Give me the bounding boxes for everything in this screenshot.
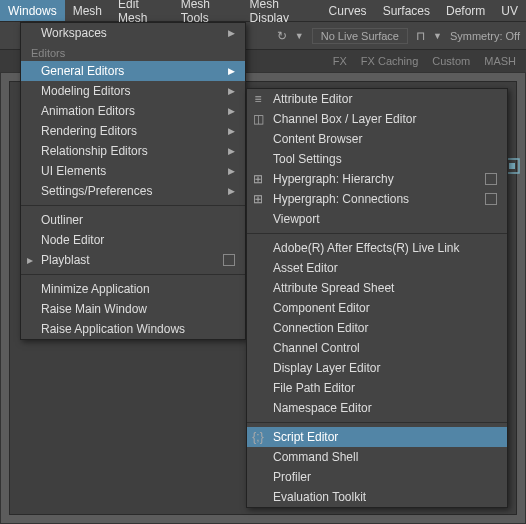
shelf-tab-mash[interactable]: MASH (484, 55, 516, 67)
menu-item-label: Asset Editor (273, 261, 338, 275)
general-editors-submenu: ≡ Attribute Editor ◫ Channel Box / Layer… (246, 88, 508, 508)
menu-item-general-editors[interactable]: General Editors ▶ (21, 61, 245, 81)
menu-item-label: Profiler (273, 470, 311, 484)
submenu-arrow-icon: ▶ (228, 66, 235, 76)
menu-item-label: Rendering Editors (41, 124, 137, 138)
shelf-tab-custom[interactable]: Custom (432, 55, 470, 67)
menu-edit-mesh[interactable]: Edit Mesh (110, 0, 173, 21)
menu-item-attribute-spread-sheet[interactable]: Attribute Spread Sheet (247, 278, 507, 298)
menu-item-namespace-editor[interactable]: Namespace Editor (247, 398, 507, 418)
menu-item-raise-application-windows[interactable]: Raise Application Windows (21, 319, 245, 339)
menu-item-ae-live-link[interactable]: Adobe(R) After Effects(R) Live Link (247, 238, 507, 258)
menu-item-label: Node Editor (41, 233, 104, 247)
menu-item-hypergraph-connections[interactable]: ⊞ Hypergraph: Connections (247, 189, 507, 209)
menu-item-label: Evaluation Toolkit (273, 490, 366, 504)
menu-item-label: UI Elements (41, 164, 106, 178)
menu-item-label: Adobe(R) After Effects(R) Live Link (273, 241, 460, 255)
menu-item-label: Modeling Editors (41, 84, 130, 98)
menu-separator (247, 233, 507, 234)
menu-item-ui-elements[interactable]: UI Elements ▶ (21, 161, 245, 181)
script-editor-icon: {;} (251, 430, 265, 444)
menu-item-hypergraph-hierarchy[interactable]: ⊞ Hypergraph: Hierarchy (247, 169, 507, 189)
live-surface-field[interactable]: No Live Surface (312, 28, 408, 44)
menu-mesh-display[interactable]: Mesh Display (242, 0, 321, 21)
menu-item-attribute-editor[interactable]: ≡ Attribute Editor (247, 89, 507, 109)
menu-deform[interactable]: Deform (438, 0, 493, 21)
menu-item-display-layer-editor[interactable]: Display Layer Editor (247, 358, 507, 378)
menu-item-asset-editor[interactable]: Asset Editor (247, 258, 507, 278)
option-box-icon[interactable] (485, 193, 497, 205)
menu-item-label: Content Browser (273, 132, 362, 146)
menu-item-node-editor[interactable]: Node Editor (21, 230, 245, 250)
magnet-icon[interactable]: ⊓ (416, 29, 425, 43)
menu-item-component-editor[interactable]: Component Editor (247, 298, 507, 318)
menu-item-settings-preferences[interactable]: Settings/Preferences ▶ (21, 181, 245, 201)
submenu-arrow-icon: ▶ (228, 166, 235, 176)
menu-item-label: Attribute Editor (273, 92, 352, 106)
dropdown-caret-icon[interactable]: ▼ (433, 31, 442, 41)
menu-item-outliner[interactable]: Outliner (21, 210, 245, 230)
menu-mesh[interactable]: Mesh (65, 0, 110, 21)
menu-item-label: Component Editor (273, 301, 370, 315)
menu-item-label: Raise Main Window (41, 302, 147, 316)
menu-item-label: Viewport (273, 212, 319, 226)
menu-item-tool-settings[interactable]: Tool Settings (247, 149, 507, 169)
menu-item-content-browser[interactable]: Content Browser (247, 129, 507, 149)
menu-item-minimize-application[interactable]: Minimize Application (21, 279, 245, 299)
submenu-arrow-icon: ▶ (228, 28, 235, 38)
menu-mesh-tools[interactable]: Mesh Tools (173, 0, 242, 21)
menu-item-label: Hypergraph: Connections (273, 192, 409, 206)
menu-item-script-editor[interactable]: {;} Script Editor (247, 427, 507, 447)
menu-item-channel-box-layer-editor[interactable]: ◫ Channel Box / Layer Editor (247, 109, 507, 129)
menu-surfaces[interactable]: Surfaces (375, 0, 438, 21)
menu-uv[interactable]: UV (493, 0, 526, 21)
menu-item-evaluation-toolkit[interactable]: Evaluation Toolkit (247, 487, 507, 507)
submenu-arrow-icon: ▶ (228, 126, 235, 136)
menu-item-label: Script Editor (273, 430, 338, 444)
menu-separator (21, 274, 245, 275)
menu-item-channel-control[interactable]: Channel Control (247, 338, 507, 358)
menu-item-file-path-editor[interactable]: File Path Editor (247, 378, 507, 398)
menu-item-label: Channel Control (273, 341, 360, 355)
menu-item-relationship-editors[interactable]: Relationship Editors ▶ (21, 141, 245, 161)
submenu-arrow-icon: ▶ (228, 186, 235, 196)
sync-icon[interactable]: ↻ (277, 29, 287, 43)
menu-item-label: File Path Editor (273, 381, 355, 395)
menu-item-workspaces[interactable]: Workspaces ▶ (21, 23, 245, 43)
menu-item-viewport[interactable]: Viewport (247, 209, 507, 229)
submenu-arrow-icon: ▶ (228, 146, 235, 156)
symmetry-toggle[interactable]: Symmetry: Off (450, 30, 520, 42)
menu-item-connection-editor[interactable]: Connection Editor (247, 318, 507, 338)
menu-windows[interactable]: Windows (0, 0, 65, 21)
menu-bar: Windows Mesh Edit Mesh Mesh Tools Mesh D… (0, 0, 526, 22)
menu-item-label: Raise Application Windows (41, 322, 185, 336)
menu-item-label: Relationship Editors (41, 144, 148, 158)
menu-item-label: Outliner (41, 213, 83, 227)
menu-item-playblast[interactable]: ▸ Playblast (21, 250, 245, 270)
menu-item-rendering-editors[interactable]: Rendering Editors ▶ (21, 121, 245, 141)
submenu-arrow-icon: ▶ (228, 106, 235, 116)
menu-item-label: Hypergraph: Hierarchy (273, 172, 394, 186)
menu-item-label: Attribute Spread Sheet (273, 281, 394, 295)
menu-item-label: Settings/Preferences (41, 184, 152, 198)
menu-item-raise-main-window[interactable]: Raise Main Window (21, 299, 245, 319)
dropdown-caret-icon[interactable]: ▼ (295, 31, 304, 41)
hypergraph-icon: ⊞ (251, 172, 265, 186)
attribute-editor-icon: ≡ (251, 92, 265, 106)
menu-item-label: Tool Settings (273, 152, 342, 166)
menu-item-profiler[interactable]: Profiler (247, 467, 507, 487)
shelf-tab-fx[interactable]: FX (333, 55, 347, 67)
menu-curves[interactable]: Curves (321, 0, 375, 21)
menu-item-modeling-editors[interactable]: Modeling Editors ▶ (21, 81, 245, 101)
menu-item-command-shell[interactable]: Command Shell (247, 447, 507, 467)
shelf-tab-fx-caching[interactable]: FX Caching (361, 55, 418, 67)
option-box-icon[interactable] (223, 254, 235, 266)
menu-item-label: Connection Editor (273, 321, 368, 335)
windows-menu: Workspaces ▶ Editors General Editors ▶ M… (20, 22, 246, 340)
option-box-icon[interactable] (485, 173, 497, 185)
menu-separator (21, 205, 245, 206)
channel-box-icon: ◫ (251, 112, 265, 126)
hypergraph-icon: ⊞ (251, 192, 265, 206)
menu-item-animation-editors[interactable]: Animation Editors ▶ (21, 101, 245, 121)
svg-rect-1 (509, 163, 515, 169)
